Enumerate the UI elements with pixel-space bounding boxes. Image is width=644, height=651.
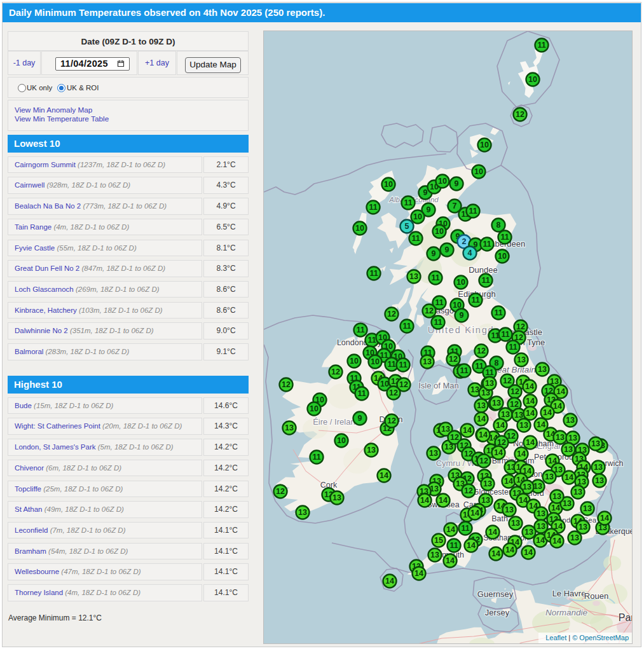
svg-text:11: 11 — [471, 296, 479, 305]
svg-text:13: 13 — [483, 479, 492, 488]
svg-text:13: 13 — [591, 439, 600, 448]
svg-text:Paris: Paris — [619, 612, 632, 623]
svg-text:14: 14 — [525, 382, 534, 391]
svg-text:14: 14 — [556, 387, 565, 396]
svg-text:13: 13 — [570, 533, 579, 542]
svg-text:11: 11 — [501, 330, 509, 339]
svg-text:10: 10 — [456, 278, 465, 287]
svg-text:Isle of Man: Isle of Man — [418, 381, 459, 390]
svg-text:13: 13 — [564, 445, 573, 454]
svg-text:10: 10 — [337, 436, 346, 445]
svg-text:14: 14 — [420, 496, 429, 505]
svg-text:13: 13 — [429, 449, 438, 458]
svg-text:11: 11 — [469, 207, 477, 216]
svg-text:12: 12 — [516, 110, 524, 119]
svg-text:12: 12 — [464, 486, 473, 495]
svg-text:10: 10 — [310, 404, 319, 413]
svg-text:13: 13 — [538, 365, 547, 374]
svg-text:10: 10 — [528, 75, 537, 84]
svg-text:12: 12 — [425, 306, 434, 315]
svg-text:11: 11 — [369, 203, 377, 212]
svg-text:13: 13 — [594, 463, 603, 472]
svg-text:9: 9 — [432, 249, 436, 258]
svg-text:10: 10 — [371, 357, 380, 366]
svg-text:11: 11 — [483, 240, 491, 249]
svg-text:14: 14 — [526, 397, 535, 406]
svg-text:13: 13 — [568, 434, 577, 442]
svg-text:14: 14 — [524, 548, 533, 557]
svg-text:13: 13 — [492, 399, 501, 408]
svg-text:13: 13 — [524, 528, 533, 537]
svg-text:13: 13 — [485, 379, 494, 388]
svg-text:14: 14 — [537, 420, 545, 429]
svg-text:8: 8 — [497, 221, 501, 230]
svg-text:12: 12 — [282, 380, 291, 389]
svg-text:14: 14 — [536, 536, 545, 545]
svg-text:12: 12 — [389, 388, 398, 397]
svg-text:11: 11 — [481, 276, 490, 285]
svg-text:4: 4 — [468, 249, 472, 257]
svg-text:13: 13 — [556, 433, 565, 442]
svg-text:11: 11 — [494, 308, 502, 317]
svg-text:14: 14 — [491, 549, 500, 558]
svg-text:12: 12 — [399, 380, 408, 389]
svg-text:14: 14 — [551, 504, 560, 512]
svg-text:14: 14 — [543, 408, 552, 417]
svg-text:11: 11 — [500, 233, 509, 242]
svg-text:14: 14 — [439, 496, 448, 505]
svg-text:15: 15 — [434, 536, 443, 545]
svg-text:12: 12 — [477, 346, 486, 355]
svg-text:14: 14 — [553, 402, 562, 411]
svg-text:12: 12 — [510, 387, 519, 396]
svg-text:11: 11 — [435, 298, 443, 307]
svg-text:12: 12 — [276, 487, 285, 496]
svg-text:Rouen: Rouen — [584, 591, 608, 601]
svg-text:11: 11 — [509, 343, 517, 352]
svg-text:2: 2 — [462, 237, 467, 246]
svg-text:14: 14 — [526, 438, 535, 447]
svg-text:5: 5 — [405, 222, 409, 231]
svg-text:12: 12 — [331, 367, 340, 376]
svg-text:14: 14 — [446, 525, 455, 534]
svg-text:13: 13 — [537, 509, 545, 518]
svg-text:13: 13 — [481, 496, 490, 505]
svg-text:11: 11 — [367, 336, 376, 345]
svg-text:11: 11 — [475, 362, 483, 371]
svg-text:9: 9 — [455, 179, 459, 188]
svg-text:13: 13 — [523, 483, 531, 491]
svg-text:13: 13 — [517, 355, 526, 364]
svg-text:9: 9 — [460, 311, 464, 320]
svg-text:10: 10 — [413, 212, 422, 221]
svg-text:11: 11 — [434, 318, 442, 327]
svg-text:13: 13 — [441, 425, 450, 434]
svg-text:13: 13 — [573, 488, 582, 497]
svg-text:Dundee: Dundee — [469, 265, 498, 275]
svg-text:10: 10 — [355, 224, 364, 233]
svg-text:10: 10 — [435, 227, 444, 236]
svg-text:14: 14 — [470, 509, 479, 517]
svg-text:9: 9 — [358, 414, 362, 423]
svg-text:13: 13 — [595, 476, 604, 485]
svg-text:11: 11 — [449, 541, 458, 550]
svg-text:14: 14 — [504, 477, 513, 486]
svg-text:14: 14 — [505, 545, 514, 554]
svg-text:14: 14 — [517, 449, 526, 458]
svg-text:13: 13 — [533, 482, 542, 491]
svg-text:Guernsey: Guernsey — [477, 589, 514, 599]
svg-text:14: 14 — [494, 448, 503, 457]
svg-text:14: 14 — [552, 537, 561, 545]
svg-text:8: 8 — [495, 359, 499, 367]
svg-text:10: 10 — [480, 140, 489, 149]
svg-text:14: 14 — [380, 471, 388, 480]
svg-text:14: 14 — [479, 430, 488, 439]
svg-text:13: 13 — [545, 472, 554, 481]
svg-text:13: 13 — [332, 493, 341, 502]
svg-text:13: 13 — [566, 416, 575, 425]
svg-text:13: 13 — [285, 423, 294, 432]
svg-text:12: 12 — [449, 355, 458, 364]
svg-text:14: 14 — [526, 409, 535, 418]
svg-text:11: 11 — [312, 453, 320, 462]
svg-text:14: 14 — [385, 577, 394, 586]
svg-text:13: 13 — [470, 385, 479, 394]
svg-text:12: 12 — [516, 322, 525, 331]
